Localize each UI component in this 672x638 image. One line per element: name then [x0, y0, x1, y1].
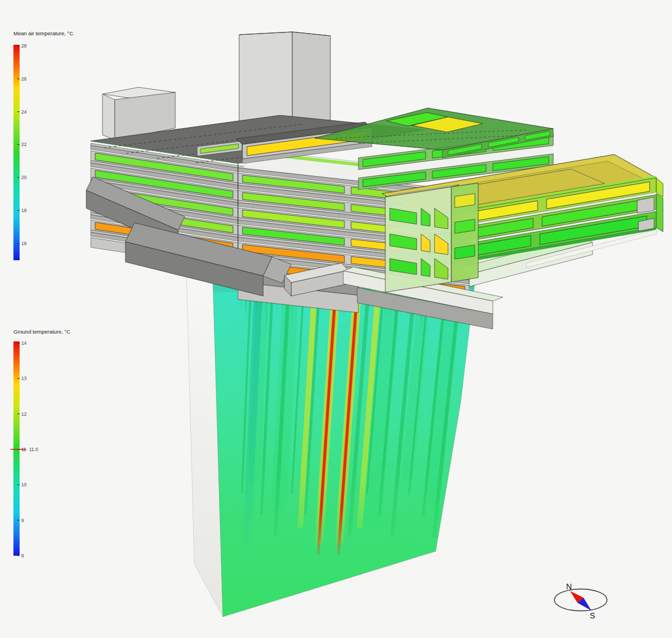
- legend-tick-label: 24: [21, 109, 27, 115]
- tower-b: [239, 32, 330, 129]
- compass-north-label: N: [566, 582, 572, 591]
- legend-air-temperature: Mean air temperature, °C28262422201816: [13, 30, 73, 260]
- mid-block: [385, 183, 478, 292]
- simulation-3d-viewport[interactable]: Mean air temperature, °C28262422201816 G…: [0, 0, 672, 638]
- compass: NS: [554, 582, 607, 620]
- legend-tick-label: 14: [21, 340, 27, 346]
- legend-tick-label: 13: [21, 376, 27, 381]
- setpoint-marker-label: 11.0: [29, 447, 38, 452]
- legend-tick-label: 20: [21, 175, 27, 180]
- legend-title: Mean air temperature, °C: [13, 30, 73, 36]
- compass-south-label: S: [590, 611, 595, 620]
- legend-ground-temperature: Ground temperature, °C14131211109811.0: [11, 329, 71, 559]
- legend-tick-label: 22: [21, 142, 27, 147]
- legend-colorbar: [13, 45, 20, 260]
- legend-tick-label: 28: [21, 43, 27, 49]
- building-3d-model: [86, 32, 663, 329]
- legend-tick-label: 9: [21, 518, 24, 523]
- legend-tick-label: 10: [21, 482, 27, 487]
- ground-temperature-section: [186, 272, 476, 617]
- legend-colorbar: [13, 341, 20, 556]
- legend-tick-label: 26: [21, 76, 27, 82]
- legend-tick-label: 16: [21, 241, 27, 246]
- legend-title: Ground temperature, °C: [13, 329, 71, 335]
- legend-tick-label: 18: [21, 208, 27, 213]
- legend-tick-label: 8: [21, 553, 24, 559]
- scene-svg: Mean air temperature, °C28262422201816 G…: [0, 0, 672, 638]
- legend-tick-label: 12: [21, 411, 27, 417]
